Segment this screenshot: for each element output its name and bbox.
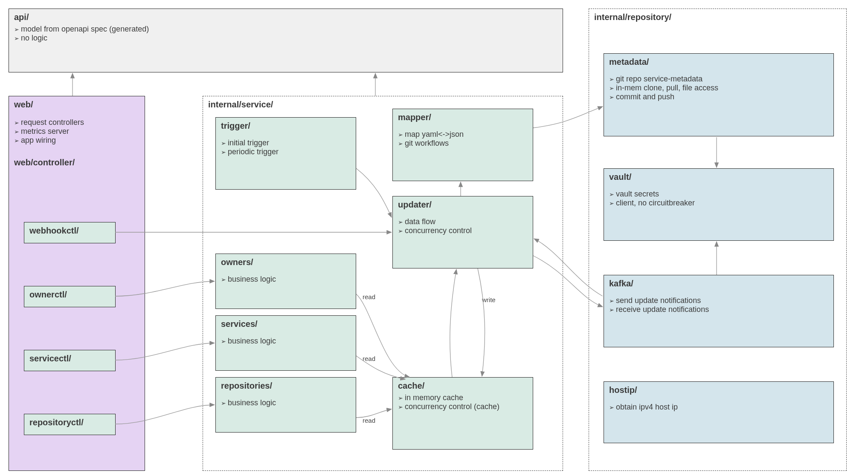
servicectl-title: servicectl/ (29, 354, 110, 363)
updater-item: data flow (398, 217, 528, 226)
services-title: services/ (221, 319, 351, 329)
edge-label-read: read (363, 355, 375, 362)
web-item: metrics server (14, 127, 139, 136)
api-title: api/ (14, 12, 557, 22)
hostip-items: obtain ipv4 host ip (609, 403, 828, 412)
mapper-item: map yaml<->json (398, 130, 528, 139)
cache-title: cache/ (398, 381, 528, 391)
cache-item: in memory cache (398, 393, 528, 402)
internal-repository-title: internal/repository/ (594, 12, 841, 22)
web-item: app wiring (14, 136, 139, 145)
ownerctl-title: ownerctl/ (29, 290, 110, 300)
api-items: model from openapi spec (generated) no l… (14, 25, 557, 43)
kafka-item: send update notifications (609, 296, 828, 305)
owners-title: owners/ (221, 257, 351, 267)
owners-item: business logic (221, 275, 351, 284)
services-box: services/ business logic (215, 315, 356, 371)
internal-service-title: internal/service/ (208, 100, 557, 110)
web-item: request controllers (14, 118, 139, 127)
ownerctl-box: ownerctl/ (24, 286, 116, 307)
trigger-item: periodic trigger (221, 147, 351, 156)
trigger-item: initial trigger (221, 138, 351, 147)
web-controller-title: web/controller/ (14, 158, 139, 167)
cache-box: cache/ in memory cache concurrency contr… (392, 377, 533, 450)
webhookctl-box: webhookctl/ (24, 222, 116, 243)
hostip-title: hostip/ (609, 385, 828, 395)
vault-item: vault secrets (609, 190, 828, 199)
servicectl-box: servicectl/ (24, 350, 116, 371)
kafka-item: receive update notifications (609, 305, 828, 314)
web-box: web/ request controllers metrics server … (9, 96, 145, 471)
api-item: no logic (14, 34, 557, 43)
kafka-box: kafka/ send update notifications receive… (604, 275, 834, 347)
repositoryctl-title: repositoryctl/ (29, 418, 110, 427)
services-items: business logic (221, 337, 351, 346)
mapper-item: git workflows (398, 139, 528, 148)
api-box: api/ model from openapi spec (generated)… (9, 9, 563, 72)
mapper-items: map yaml<->json git workflows (398, 130, 528, 148)
owners-box: owners/ business logic (215, 254, 356, 309)
edge-label-read: read (363, 293, 375, 300)
edge-label-read: read (363, 417, 375, 424)
metadata-title: metadata/ (609, 57, 828, 67)
kafka-title: kafka/ (609, 279, 828, 288)
vault-items: vault secrets client, no circuitbreaker (609, 190, 828, 208)
owners-items: business logic (221, 275, 351, 284)
mapper-box: mapper/ map yaml<->json git workflows (392, 109, 533, 181)
repositories-title: repositories/ (221, 381, 351, 391)
metadata-box: metadata/ git repo service-metadata in-m… (604, 53, 834, 136)
mapper-title: mapper/ (398, 113, 528, 122)
api-item: model from openapi spec (generated) (14, 25, 557, 34)
kafka-items: send update notifications receive update… (609, 296, 828, 314)
metadata-item: commit and push (609, 92, 828, 101)
metadata-item: in-mem clone, pull, file access (609, 84, 828, 92)
web-title: web/ (14, 100, 139, 110)
metadata-item: git repo service-metadata (609, 75, 828, 84)
services-item: business logic (221, 337, 351, 346)
hostip-item: obtain ipv4 host ip (609, 403, 828, 412)
edge-label-write: write (482, 296, 496, 303)
metadata-items: git repo service-metadata in-mem clone, … (609, 75, 828, 101)
updater-items: data flow concurrency control (398, 217, 528, 235)
trigger-box: trigger/ initial trigger periodic trigge… (215, 117, 356, 190)
trigger-items: initial trigger periodic trigger (221, 138, 351, 156)
webhookctl-title: webhookctl/ (29, 226, 110, 236)
updater-box: updater/ data flow concurrency control (392, 196, 533, 268)
updater-item: concurrency control (398, 226, 528, 235)
repositories-item: business logic (221, 398, 351, 407)
cache-item: concurrency control (cache) (398, 402, 528, 411)
repositories-items: business logic (221, 398, 351, 407)
repositoryctl-box: repositoryctl/ (24, 414, 116, 435)
repositories-box: repositories/ business logic (215, 377, 356, 433)
vault-box: vault/ vault secrets client, no circuitb… (604, 168, 834, 241)
vault-item: client, no circuitbreaker (609, 199, 828, 208)
hostip-box: hostip/ obtain ipv4 host ip (604, 381, 834, 443)
updater-title: updater/ (398, 200, 528, 210)
web-items: request controllers metrics server app w… (14, 118, 139, 145)
cache-items: in memory cache concurrency control (cac… (398, 393, 528, 411)
trigger-title: trigger/ (221, 121, 351, 131)
vault-title: vault/ (609, 172, 828, 182)
